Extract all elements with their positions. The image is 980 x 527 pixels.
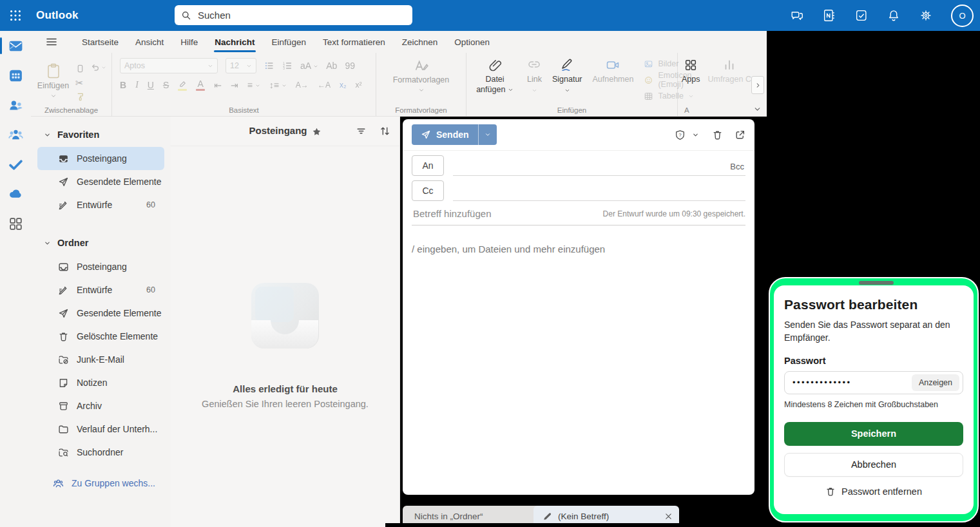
popout-icon[interactable] <box>735 129 745 140</box>
link-button[interactable]: Link <box>527 53 542 93</box>
tab-nachricht[interactable]: Nachricht <box>206 31 263 53</box>
rail-people-button[interactable] <box>0 90 31 120</box>
copy-icon[interactable] <box>75 64 85 73</box>
folder-item-gesendete-fav[interactable]: Gesendete Elemente <box>37 170 164 193</box>
font-color-button[interactable]: A <box>196 79 205 91</box>
align-button[interactable]: ≡ <box>247 81 260 90</box>
cancel-button[interactable]: Abbrechen <box>784 453 963 477</box>
strikethrough-button[interactable]: S <box>163 81 169 90</box>
folder-item-entwuerfe[interactable]: Entwürfe60 <box>37 278 164 302</box>
line-spacing-button[interactable]: ↕≡ <box>269 81 287 90</box>
clear-format-button[interactable]: Ab <box>326 61 337 70</box>
cc-input[interactable] <box>453 182 745 200</box>
ribbon-overflow-button[interactable] <box>751 76 764 94</box>
font-name-select[interactable]: Aptos <box>120 58 218 73</box>
italic-button[interactable]: I <box>135 81 139 90</box>
tab-einfuegen[interactable]: Einfügen <box>264 31 314 53</box>
tab-ansicht[interactable]: Ansicht <box>127 31 172 53</box>
discard-draft-icon[interactable] <box>712 129 723 140</box>
bell-icon[interactable] <box>887 8 901 23</box>
format-painter-icon[interactable] <box>75 92 85 102</box>
pictures-button[interactable]: Bilder <box>644 56 678 72</box>
polls-button[interactable]: Umfragen C <box>708 53 751 85</box>
numbered-list-icon[interactable] <box>282 61 293 71</box>
gear-icon[interactable] <box>919 8 933 23</box>
star-icon[interactable] <box>312 127 322 137</box>
cc-button[interactable]: Cc <box>412 180 444 201</box>
teams-chat-icon[interactable] <box>790 8 804 23</box>
folder-item-archiv[interactable]: Archiv <box>37 394 164 417</box>
show-password-button[interactable]: Anzeigen <box>912 374 959 391</box>
switch-to-groups-button[interactable]: Zu Gruppen wechs... <box>37 472 164 495</box>
rail-onedrive-button[interactable] <box>0 179 31 209</box>
remove-password-button[interactable]: Passwort entfernen <box>784 486 963 497</box>
mail-app-icon <box>8 38 24 54</box>
bullet-list-icon[interactable] <box>264 61 274 71</box>
to-input[interactable] <box>453 157 725 175</box>
underline-button[interactable]: U <box>148 81 154 90</box>
outdent-button[interactable]: ⇤ <box>214 81 222 90</box>
folder-item-posteingang[interactable]: Posteingang <box>37 255 164 278</box>
app-launcher-button[interactable] <box>0 0 31 31</box>
styles-button[interactable]: Formatvorlagen <box>376 53 466 93</box>
apps-button[interactable]: Apps <box>682 53 700 85</box>
folder-item-geloeschte[interactable]: Gelöschte Elemente <box>37 325 164 348</box>
rail-more-apps-button[interactable] <box>0 209 31 238</box>
superscript-button[interactable]: x² <box>356 81 362 89</box>
folder-item-suchordner[interactable]: Suchordner <box>37 441 164 464</box>
signature-button[interactable]: Signatur <box>552 53 582 93</box>
attach-file-button[interactable]: Datei anfügen <box>473 53 517 95</box>
rail-mail-button[interactable] <box>0 31 31 61</box>
close-icon[interactable] <box>664 512 673 521</box>
rail-calendar-button[interactable] <box>0 61 31 90</box>
folders-section-header[interactable]: Ordner <box>31 231 171 255</box>
quote-button[interactable]: 99 <box>345 61 355 70</box>
tab-zeichnen[interactable]: Zeichnen <box>394 31 447 53</box>
change-case-button[interactable]: aA <box>300 61 318 70</box>
ltr-button[interactable]: A→ <box>296 81 309 89</box>
rtl-button[interactable]: ←A <box>318 81 331 89</box>
subscript-button[interactable]: x₂ <box>340 81 347 89</box>
bold-button[interactable]: B <box>120 81 126 90</box>
folder-item-notizen[interactable]: Notizen <box>37 371 164 394</box>
folder-item-entwuerfe-fav[interactable]: Entwürfe 60 <box>37 193 164 216</box>
highlight-color-button[interactable] <box>178 79 187 91</box>
onenote-icon[interactable] <box>822 8 836 23</box>
search-input[interactable] <box>197 9 406 21</box>
folder-item-gesendete[interactable]: Gesendete Elemente <box>37 302 164 325</box>
folder-item-junk[interactable]: Junk-E-Mail <box>37 348 164 371</box>
message-body-placeholder[interactable]: / eingeben, um Dateien und mehr einzufüg… <box>412 244 745 254</box>
account-avatar[interactable]: O <box>951 5 974 27</box>
collapse-ribbon-icon[interactable] <box>753 105 762 113</box>
paste-button[interactable]: Einfügen <box>36 57 70 104</box>
password-field[interactable]: ••••••••••••• Anzeigen <box>784 371 963 394</box>
font-size-select[interactable]: 12 <box>226 58 256 73</box>
send-dropdown-button[interactable] <box>479 131 497 138</box>
undo-icon[interactable] <box>90 62 100 72</box>
tab-optionen[interactable]: Optionen <box>446 31 498 53</box>
shield-question-icon[interactable] <box>675 129 686 140</box>
search-bar[interactable] <box>175 5 412 25</box>
folder-item-posteingang-fav[interactable]: Posteingang <box>37 147 164 170</box>
folder-item-verlauf[interactable]: Verlauf der Unterh... <box>37 417 164 441</box>
filter-icon[interactable] <box>356 126 367 137</box>
rail-groups-button[interactable] <box>0 120 31 149</box>
bcc-button[interactable]: Bcc <box>725 162 745 175</box>
hamburger-menu-icon[interactable] <box>45 35 58 48</box>
chevron-down-icon[interactable] <box>692 131 699 139</box>
to-button[interactable]: An <box>412 155 444 176</box>
tab-startseite[interactable]: Startseite <box>73 31 127 53</box>
subject-input[interactable] <box>412 207 603 220</box>
sheet-drag-handle[interactable] <box>859 281 894 285</box>
rail-todo-button[interactable] <box>0 149 31 179</box>
tab-text-formatieren[interactable]: Text formatieren <box>314 31 394 53</box>
record-button[interactable]: Aufnehmen <box>593 53 634 85</box>
tab-hilfe[interactable]: Hilfe <box>172 31 206 53</box>
sort-icon[interactable] <box>380 126 390 137</box>
cut-icon[interactable]: ✂ <box>75 78 85 88</box>
todo-icon[interactable] <box>854 8 869 23</box>
send-button[interactable]: Senden <box>412 124 497 145</box>
favorites-section-header[interactable]: Favoriten <box>31 122 171 147</box>
save-button[interactable]: Speichern <box>784 422 963 446</box>
indent-button[interactable]: ⇥ <box>231 81 238 90</box>
